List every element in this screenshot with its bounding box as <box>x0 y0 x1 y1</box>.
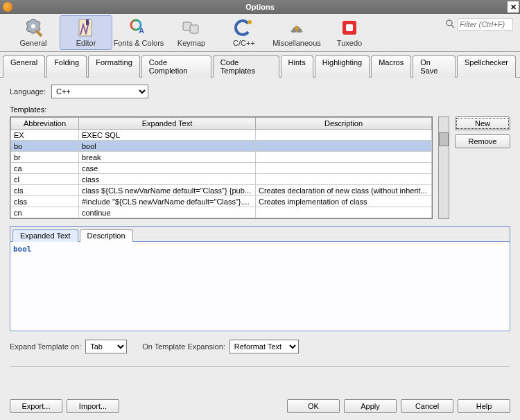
cell-expanded: continue <box>79 207 256 218</box>
category-label: Editor <box>76 39 96 47</box>
col-expanded[interactable]: Expanded Text <box>79 118 256 130</box>
category-toolbar: General Editor A Fonts & Colors Keymap C… <box>0 14 520 52</box>
subtab-general[interactable]: General <box>3 55 45 78</box>
detail-tab-expanded-text[interactable]: Expanded Text <box>12 229 78 242</box>
subtab-highlighting[interactable]: Highlighting <box>315 55 370 78</box>
subtab-macros[interactable]: Macros <box>371 55 411 78</box>
detail-tab-description[interactable]: Description <box>80 229 133 242</box>
col-desc[interactable]: Description <box>256 118 432 130</box>
on-expansion-label: On Template Expansion: <box>142 342 225 351</box>
apply-button[interactable]: Apply <box>344 399 397 413</box>
svg-text:A: A <box>139 26 144 35</box>
titlebar: Options ✕ <box>0 0 520 14</box>
cell-expanded: class <box>79 174 256 185</box>
subtab-code-templates[interactable]: Code Templates <box>213 55 279 78</box>
templates-table[interactable]: Abbreviation Expanded Text Description E… <box>10 116 433 219</box>
table-row[interactable]: EXEXEC SQL <box>11 130 432 141</box>
subtab-hints[interactable]: Hints <box>281 55 313 78</box>
svg-rect-2 <box>86 19 89 25</box>
svg-point-8 <box>292 28 296 33</box>
cell-desc <box>256 163 432 174</box>
fonts-icon: A <box>129 18 148 37</box>
scroll-thumb[interactable] <box>439 132 449 146</box>
category-general[interactable]: General <box>7 15 60 50</box>
ok-button[interactable]: OK <box>287 399 340 413</box>
category-label: Fonts & Colors <box>114 39 164 47</box>
window-title: Options <box>245 3 275 11</box>
import-button[interactable]: Import... <box>67 399 119 413</box>
table-row[interactable]: clsclass ${CLS newVarName default="Class… <box>11 185 432 196</box>
cell-expanded: #include "${CLS newVarName default="Clas… <box>79 196 256 207</box>
category-tuxedo[interactable]: Tuxedo <box>323 15 376 50</box>
table-row[interactable]: clclass <box>11 174 432 185</box>
cell-desc: Creates implementation of class <box>256 196 432 207</box>
cell-abbrev: clss <box>11 196 79 207</box>
subtab-formatting[interactable]: Formatting <box>88 55 140 78</box>
cell-desc <box>256 130 432 141</box>
editor-subtabs: GeneralFoldingFormattingCode CompletionC… <box>0 52 520 78</box>
table-row[interactable]: clss#include "${CLS newVarName default="… <box>11 196 432 207</box>
cell-expanded: case <box>79 163 256 174</box>
table-scrollbar[interactable] <box>438 116 449 219</box>
expanded-text-editor[interactable]: bool <box>10 242 510 331</box>
cancel-button[interactable]: Cancel <box>401 399 453 413</box>
category-ccpp[interactable]: C/C++ <box>218 15 270 50</box>
table-row[interactable]: bobool <box>11 141 432 152</box>
subtab-code-completion[interactable]: Code Completion <box>141 55 211 78</box>
templates-label: Templates: <box>10 105 46 114</box>
svg-point-7 <box>248 20 252 24</box>
table-row[interactable]: brbreak <box>11 152 432 163</box>
cell-abbrev: cl <box>11 174 79 185</box>
expand-on-select[interactable]: Tab <box>85 340 127 353</box>
export-button[interactable]: Export... <box>10 399 62 413</box>
cell-desc <box>256 174 432 185</box>
subtab-on-save[interactable]: On Save <box>413 55 456 78</box>
search-input[interactable] <box>458 18 513 30</box>
search-icon <box>445 19 455 30</box>
category-label: Miscellaneous <box>272 39 321 47</box>
cell-abbrev: cn <box>11 207 79 218</box>
language-label: Language: <box>10 87 46 96</box>
cell-desc <box>256 152 432 163</box>
cell-abbrev: cls <box>11 185 79 196</box>
col-abbrev[interactable]: Abbreviation <box>11 118 79 130</box>
on-expansion-select[interactable]: Reformat Text <box>229 340 299 353</box>
category-fonts[interactable]: A Fonts & Colors <box>112 15 165 50</box>
cell-desc <box>256 141 432 152</box>
cell-abbrev: ca <box>11 163 79 174</box>
editor-icon <box>76 18 96 37</box>
category-label: Tuxedo <box>337 39 362 47</box>
gear-icon <box>24 18 43 37</box>
subtab-spellchecker[interactable]: Spellchecker <box>457 55 516 78</box>
category-label: C/C++ <box>233 39 255 47</box>
keymap-icon <box>182 18 201 37</box>
cell-desc: Creates declaration of new class (withou… <box>256 185 432 196</box>
category-label: Keymap <box>177 39 205 47</box>
category-keymap[interactable]: Keymap <box>165 15 218 50</box>
detail-box: Expanded TextDescription bool <box>10 226 510 331</box>
svg-point-0 <box>31 24 35 28</box>
footer: Export... Import... OK Apply Cancel Help <box>10 399 510 413</box>
svg-point-12 <box>447 20 452 26</box>
separator <box>10 366 510 367</box>
cell-expanded: class ${CLS newVarName default="Class"} … <box>79 185 256 196</box>
close-button[interactable]: ✕ <box>508 1 519 12</box>
new-button[interactable]: New <box>455 116 510 130</box>
language-select[interactable]: C++ <box>51 85 148 98</box>
app-icon <box>3 2 12 12</box>
cell-expanded: EXEC SQL <box>79 130 256 141</box>
table-row[interactable]: cncontinue <box>11 207 432 218</box>
cell-expanded: break <box>79 152 256 163</box>
cell-abbrev: EX <box>11 130 79 141</box>
category-label: General <box>19 39 46 47</box>
cell-expanded: bool <box>79 141 256 152</box>
table-row[interactable]: cacase <box>11 163 432 174</box>
help-button[interactable]: Help <box>458 399 510 413</box>
category-editor[interactable]: Editor <box>60 15 112 50</box>
category-misc[interactable]: Miscellaneous <box>270 15 323 50</box>
subtab-folding[interactable]: Folding <box>46 55 87 78</box>
remove-button[interactable]: Remove <box>455 134 510 148</box>
svg-rect-11 <box>346 24 353 31</box>
svg-point-9 <box>297 28 302 33</box>
tuxedo-icon <box>340 18 359 37</box>
